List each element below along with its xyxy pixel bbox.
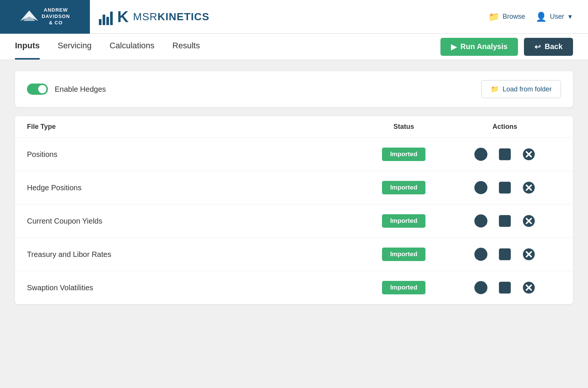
status-badge-coupon-yields: Imported xyxy=(382,214,426,228)
toggle-knob xyxy=(38,85,46,93)
folder-load-icon: 📁 xyxy=(491,85,499,93)
logo-bird-icon xyxy=(20,9,39,24)
nav-bar: Inputs Servicing Calculations Results ▶ … xyxy=(0,34,588,60)
tab-calculations[interactable]: Calculations xyxy=(109,34,154,60)
table-row: Positions Imported xyxy=(15,138,573,171)
back-icon: ↩ xyxy=(534,42,541,51)
edit-button-coupon-yields[interactable] xyxy=(497,213,513,229)
nav-actions: ▶ Run Analysis ↩ Back xyxy=(440,38,573,56)
upload-button-treasury-libor[interactable] xyxy=(473,246,489,263)
table-row: Swaption Volatilities Imported xyxy=(15,271,573,304)
remove-button-coupon-yields[interactable] xyxy=(521,213,537,229)
chevron-down-icon: ▼ xyxy=(567,13,573,20)
hedges-card: Enable Hedges 📁 Load from folder xyxy=(15,71,573,107)
table-header: File Type Status Actions xyxy=(15,116,573,138)
edit-button-positions[interactable] xyxy=(497,146,513,163)
header: ANDREW DAVIDSON & CO K MSRKINETICS 📁 Bro… xyxy=(0,0,588,34)
chart-icon xyxy=(99,9,113,25)
edit-button-swaption[interactable] xyxy=(497,279,513,296)
status-badge-treasury-libor: Imported xyxy=(382,248,426,261)
run-label: Run Analysis xyxy=(460,42,507,51)
nav-tabs: Inputs Servicing Calculations Results xyxy=(15,34,200,60)
folder-icon: 📁 xyxy=(488,12,500,22)
user-button[interactable]: 👤 User ▼ xyxy=(536,12,573,22)
logo-ad: ANDREW DAVIDSON & CO xyxy=(20,7,70,26)
k-letter: K xyxy=(117,9,128,25)
remove-button-hedge-positions[interactable] xyxy=(521,179,537,196)
col-status: Status xyxy=(359,123,449,131)
tab-results[interactable]: Results xyxy=(172,34,200,60)
file-type-coupon-yields: Current Coupon Yields xyxy=(27,217,359,225)
remove-button-positions[interactable] xyxy=(521,146,537,163)
table-row: Current Coupon Yields Imported xyxy=(15,204,573,238)
enable-hedges-label: Enable Hedges xyxy=(55,85,106,94)
logo-section: ANDREW DAVIDSON & CO xyxy=(0,0,90,34)
user-label: User xyxy=(550,13,564,21)
tab-inputs[interactable]: Inputs xyxy=(15,34,40,60)
table-row: Hedge Positions Imported xyxy=(15,171,573,204)
actions-cell-treasury-libor xyxy=(449,246,561,263)
upload-button-positions[interactable] xyxy=(473,146,489,163)
file-type-positions: Positions xyxy=(27,150,359,159)
play-icon: ▶ xyxy=(451,42,457,51)
browse-button[interactable]: 📁 Browse xyxy=(488,12,525,22)
table-row: Treasury and Libor Rates Imported xyxy=(15,238,573,271)
load-from-folder-button[interactable]: 📁 Load from folder xyxy=(481,80,561,98)
status-badge-positions: Imported xyxy=(382,148,426,161)
file-table: File Type Status Actions Positions Impor… xyxy=(15,116,573,304)
brand-suffix: KINETICS xyxy=(158,11,210,22)
status-cell-positions: Imported xyxy=(359,148,449,161)
file-type-swaption: Swaption Volatilities xyxy=(27,284,359,292)
msrk-logo: K MSRKINETICS xyxy=(90,9,218,25)
enable-hedges-toggle[interactable] xyxy=(27,84,48,95)
col-file-type: File Type xyxy=(27,123,359,131)
status-cell-swaption: Imported xyxy=(359,281,449,294)
status-cell-treasury-libor: Imported xyxy=(359,248,449,261)
file-type-hedge-positions: Hedge Positions xyxy=(27,184,359,192)
brand-prefix: MSR xyxy=(133,11,157,22)
brand-text: MSRKINETICS xyxy=(133,11,209,23)
load-label: Load from folder xyxy=(503,85,552,93)
actions-cell-positions xyxy=(449,146,561,163)
hedges-left: Enable Hedges xyxy=(27,84,106,95)
actions-cell-hedge-positions xyxy=(449,179,561,196)
remove-button-treasury-libor[interactable] xyxy=(521,246,537,263)
upload-button-coupon-yields[interactable] xyxy=(473,213,489,229)
tab-servicing[interactable]: Servicing xyxy=(58,34,91,60)
edit-button-hedge-positions[interactable] xyxy=(497,179,513,196)
status-cell-coupon-yields: Imported xyxy=(359,214,449,228)
main-content: Enable Hedges 📁 Load from folder File Ty… xyxy=(0,60,588,315)
col-actions: Actions xyxy=(449,123,561,131)
company-name: ANDREW DAVIDSON & CO xyxy=(42,7,70,26)
upload-button-hedge-positions[interactable] xyxy=(473,179,489,196)
status-cell-hedge-positions: Imported xyxy=(359,181,449,194)
actions-cell-swaption xyxy=(449,279,561,296)
upload-button-swaption[interactable] xyxy=(473,279,489,296)
file-type-treasury-libor: Treasury and Libor Rates xyxy=(27,250,359,259)
brand-name: MSRKINETICS xyxy=(133,11,209,23)
remove-button-swaption[interactable] xyxy=(521,279,537,296)
edit-button-treasury-libor[interactable] xyxy=(497,246,513,263)
actions-cell-coupon-yields xyxy=(449,213,561,229)
status-badge-hedge-positions: Imported xyxy=(382,181,426,194)
header-right: 📁 Browse 👤 User ▼ xyxy=(488,12,588,22)
run-analysis-button[interactable]: ▶ Run Analysis xyxy=(440,38,518,56)
back-label: Back xyxy=(545,42,563,51)
browse-label: Browse xyxy=(503,13,525,21)
back-button[interactable]: ↩ Back xyxy=(524,38,573,56)
user-icon: 👤 xyxy=(536,12,547,22)
status-badge-swaption: Imported xyxy=(382,281,426,294)
